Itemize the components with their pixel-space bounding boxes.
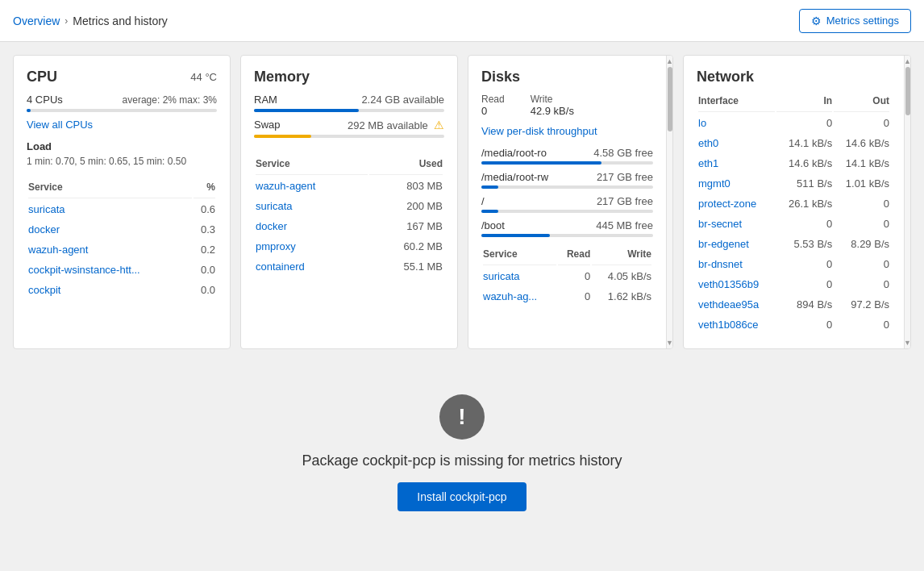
net-iface-link[interactable]: veth1b086ce [698, 319, 758, 331]
metrics-settings-label: Metrics settings [826, 15, 899, 27]
table-row: cockpit-wsinstance-htt...0.0 [28, 260, 215, 279]
disk-scrollbar[interactable]: ▲ ▼ [666, 56, 672, 348]
swap-label: Swap [254, 119, 281, 131]
disk-item-bar-fill [481, 161, 601, 165]
net-iface-name: eth0 [698, 134, 775, 152]
table-row: cockpit0.0 [28, 281, 215, 299]
cpu-service-link[interactable]: wazuh-agent [28, 244, 88, 256]
net-iface-in: 26.1 kB/s [776, 194, 832, 213]
net-iface-in: 14.1 kB/s [776, 134, 832, 152]
mem-service-name: suricata [256, 197, 368, 215]
cpu-pct-col-header: % [194, 181, 215, 198]
cpu-service-name: cockpit-wsinstance-htt... [28, 260, 192, 279]
cpu-card: CPU 44 °C 4 CPUs average: 2% max: 3% Vie… [13, 55, 231, 349]
cpu-service-link[interactable]: suricata [28, 203, 65, 215]
disk-scroll-up-arrow[interactable]: ▲ [666, 57, 673, 65]
net-iface-link[interactable]: br-secnet [698, 218, 742, 230]
mem-service-link[interactable]: containerd [256, 260, 305, 273]
net-interface-col: Interface [698, 95, 775, 112]
table-row: eth114.6 kB/s14.1 kB/s [698, 154, 889, 173]
net-iface-name: eth1 [698, 154, 775, 173]
cpu-service-name: docker [28, 220, 192, 239]
mem-service-used: 200 MB [369, 197, 443, 215]
cpu-service-pct: 0.3 [194, 220, 215, 239]
cpu-temp: 44 °C [190, 71, 217, 83]
disk-item-name: / [481, 195, 485, 207]
install-button[interactable]: Install cockpit-pcp [397, 482, 526, 511]
network-scroll-down-arrow[interactable]: ▼ [904, 339, 911, 347]
mem-service-name: wazuh-agent [256, 177, 368, 195]
net-iface-out: 0 [834, 315, 889, 334]
mem-service-link[interactable]: wazuh-agent [256, 180, 315, 192]
mem-service-used: 60.2 MB [369, 237, 443, 256]
breadcrumb-separator: › [65, 15, 68, 27]
table-row: veth1b086ce00 [698, 315, 889, 334]
cpu-service-link[interactable]: cockpit [28, 284, 60, 296]
disk-item-bar-fill [481, 234, 550, 237]
breadcrumb-overview-link[interactable]: Overview [13, 15, 60, 27]
disk-svc-link[interactable]: wazuh-ag... [483, 290, 537, 302]
net-iface-name: br-dnsnet [698, 255, 775, 273]
disk-item-bar [481, 161, 653, 165]
net-iface-out: 97.2 B/s [834, 295, 889, 314]
cpu-service-pct: 0.6 [194, 200, 215, 219]
table-row: docker167 MB [256, 217, 443, 235]
metrics-settings-button[interactable]: ⚙ Metrics settings [799, 9, 911, 33]
cpu-service-name: suricata [28, 200, 192, 219]
disk-scroll-thumb [668, 67, 672, 131]
cpu-bar [27, 109, 217, 112]
net-iface-link[interactable]: eth0 [698, 137, 718, 149]
warning-icon: ⚠ [434, 119, 444, 131]
mem-service-name: docker [256, 217, 368, 235]
net-iface-link[interactable]: br-dnsnet [698, 258, 743, 270]
network-scrollbar[interactable]: ▲ ▼ [904, 56, 910, 348]
net-iface-in: 5.53 B/s [776, 235, 832, 253]
disk-item-bar [481, 210, 653, 213]
table-row: suricata04.05 kB/s [483, 267, 651, 286]
net-iface-link[interactable]: mgmt0 [698, 177, 730, 190]
net-iface-out: 8.29 B/s [834, 235, 889, 253]
disk-scroll-down-arrow[interactable]: ▼ [666, 339, 673, 347]
table-row: br-edgenet5.53 B/s8.29 B/s [698, 235, 889, 253]
cpu-service-name: cockpit [28, 281, 192, 299]
gear-icon: ⚙ [811, 15, 822, 27]
network-scroll-up-arrow[interactable]: ▲ [904, 57, 911, 65]
net-iface-name: veth1b086ce [698, 315, 775, 334]
disk-read-item: Read 0 [481, 94, 505, 117]
cpu-service-link[interactable]: docker [28, 223, 60, 235]
net-iface-link[interactable]: veth01356b9 [698, 278, 759, 290]
net-iface-out: 14.1 kB/s [834, 154, 889, 173]
disk-view-link[interactable]: View per-disk throughput [481, 125, 653, 137]
net-iface-link[interactable]: protect-zone [698, 198, 756, 210]
main-content: CPU 44 °C 4 CPUs average: 2% max: 3% Vie… [0, 42, 924, 556]
disk-read-col: Read [558, 248, 590, 265]
header: Overview › Metrics and history ⚙ Metrics… [0, 0, 924, 42]
mem-service-link[interactable]: pmproxy [256, 240, 296, 252]
net-iface-link[interactable]: eth1 [698, 157, 718, 169]
table-row: veth01356b900 [698, 275, 889, 294]
missing-package-section: ! Package cockpit-pcp is missing for met… [13, 362, 911, 544]
disk-item-free: 217 GB free [597, 195, 653, 207]
mem-service-link[interactable]: suricata [256, 200, 293, 212]
disk-service-table: Service Read Write suricata04.05 kB/swaz… [481, 247, 653, 307]
network-card-container: Network Interface In Out lo00eth014.1 kB… [683, 55, 911, 349]
mem-service-link[interactable]: docker [256, 220, 287, 232]
net-iface-link[interactable]: lo [698, 117, 706, 129]
ram-bar-fill [254, 109, 359, 112]
table-row: suricata200 MB [256, 197, 443, 215]
net-iface-link[interactable]: vethdeae95a [698, 298, 759, 311]
net-iface-in: 0 [776, 215, 832, 233]
memory-card: Memory RAM 2.24 GB available Swap 292 MB… [240, 55, 458, 349]
breadcrumb-current: Metrics and history [73, 15, 167, 27]
disk-write-col: Write [592, 248, 651, 265]
net-iface-link[interactable]: br-edgenet [698, 238, 749, 250]
view-all-cpus-link[interactable]: View all CPUs [27, 119, 217, 131]
disk-card-container: Disks Read 0 Write 42.9 kB/s View per-di… [468, 55, 673, 349]
disk-svc-link[interactable]: suricata [483, 270, 520, 282]
table-row: vethdeae95a894 B/s97.2 B/s [698, 295, 889, 314]
cpu-service-link[interactable]: cockpit-wsinstance-htt... [28, 264, 140, 276]
net-iface-out: 0 [834, 255, 889, 273]
mem-service-used: 803 MB [369, 177, 443, 195]
table-row: docker0.3 [28, 220, 215, 239]
disk-item: /media/root-rw 217 GB free [481, 171, 653, 189]
